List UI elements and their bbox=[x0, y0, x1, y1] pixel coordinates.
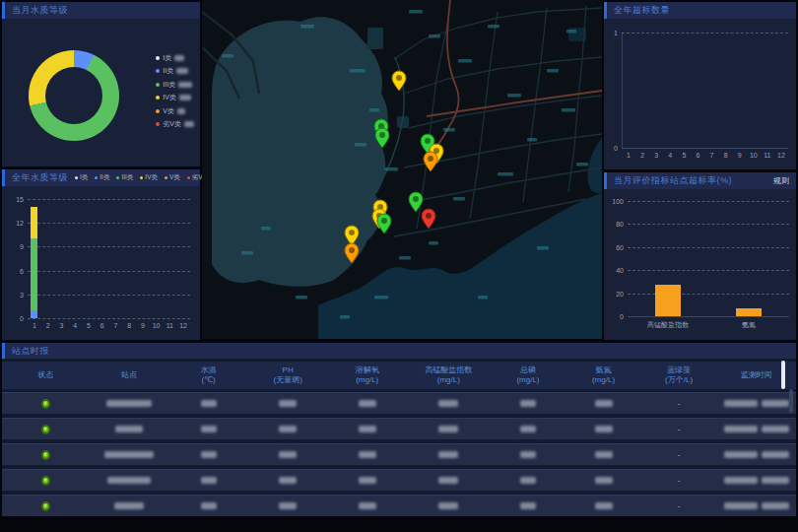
panel-header: 全年超标数量 bbox=[604, 2, 796, 19]
legend-item[interactable]: 劣V类 bbox=[156, 118, 194, 132]
algae-cell: - bbox=[641, 425, 717, 433]
y-tick-label: 12 bbox=[8, 220, 24, 227]
legend-item[interactable]: III类 bbox=[156, 78, 194, 92]
table-row[interactable]: - bbox=[2, 469, 796, 491]
legend-item[interactable]: I类 bbox=[75, 173, 88, 182]
rate-bar[interactable] bbox=[736, 308, 762, 316]
legend-label: IV类 bbox=[145, 173, 158, 182]
map-label-mark bbox=[527, 138, 537, 142]
x-tick-label: 11 bbox=[764, 152, 770, 159]
map-label-mark bbox=[537, 246, 549, 250]
table-row[interactable]: - bbox=[2, 495, 796, 516]
legend-item[interactable]: I类 bbox=[156, 51, 194, 65]
gridline bbox=[628, 201, 789, 202]
value-cell bbox=[407, 502, 491, 509]
legend-dot bbox=[156, 69, 160, 73]
bar-segment-II类[interactable] bbox=[31, 310, 37, 318]
map-label-mark bbox=[296, 296, 307, 299]
value-cell bbox=[168, 426, 248, 432]
redacted-value bbox=[176, 68, 188, 74]
redacted-value bbox=[279, 477, 297, 484]
legend-item[interactable]: III类 bbox=[116, 173, 133, 182]
legend-item[interactable]: V类 bbox=[156, 104, 194, 118]
bar-segment-IV类[interactable] bbox=[31, 207, 37, 238]
redacted-date bbox=[724, 400, 758, 407]
page-scrollbar-thumb[interactable] bbox=[789, 389, 793, 413]
column-header-5: 高锰酸盐指数(mg/L) bbox=[407, 366, 491, 385]
redacted-value bbox=[595, 400, 613, 407]
y-axis-line bbox=[622, 33, 623, 148]
map[interactable] bbox=[202, 0, 602, 339]
redacted-value bbox=[279, 451, 297, 458]
donut-chart[interactable] bbox=[29, 50, 119, 141]
gridline bbox=[28, 223, 190, 224]
algae-dash: - bbox=[678, 425, 681, 433]
x-tick-label: 1 bbox=[627, 152, 631, 159]
table-row[interactable]: - bbox=[2, 443, 796, 465]
y-tick-label: 0 bbox=[602, 145, 618, 152]
table-rows: ----- bbox=[2, 392, 796, 520]
redacted-value bbox=[279, 502, 297, 509]
redacted-station bbox=[104, 451, 154, 458]
redacted-value bbox=[595, 502, 613, 509]
status-dot-green bbox=[41, 501, 50, 511]
time-cell bbox=[716, 400, 796, 407]
redacted-value bbox=[201, 400, 217, 407]
redacted-value bbox=[359, 451, 376, 458]
legend-item[interactable]: II类 bbox=[95, 173, 109, 182]
value-cell bbox=[565, 426, 641, 432]
map-label-mark bbox=[409, 10, 423, 14]
redacted-time bbox=[762, 426, 789, 432]
annual-bar-chart[interactable]: 03691215123456789101112 bbox=[28, 199, 190, 318]
table-row[interactable]: - bbox=[2, 392, 796, 414]
map-label-mark bbox=[300, 25, 314, 29]
table-scrollbar-thumb[interactable] bbox=[781, 361, 785, 389]
map-label-mark bbox=[429, 34, 440, 38]
value-cell bbox=[327, 426, 407, 432]
redacted-value bbox=[179, 95, 191, 100]
status-cell bbox=[2, 476, 90, 486]
value-cell bbox=[327, 502, 407, 509]
rate-bar[interactable] bbox=[655, 285, 681, 316]
map-label-mark bbox=[355, 143, 366, 147]
map-label-mark bbox=[576, 163, 588, 166]
x-tick-label: 11 bbox=[166, 322, 173, 329]
status-cell bbox=[2, 399, 90, 409]
rate-bar-chart[interactable]: 020406080100高锰酸盐指数氨氮 bbox=[628, 201, 789, 316]
column-header-2: 水温(℃) bbox=[168, 366, 248, 385]
y-tick-label: 0 bbox=[8, 315, 24, 322]
legend-dot bbox=[95, 176, 98, 179]
column-header-6: 总磷(mg/L) bbox=[491, 366, 566, 385]
exceed-chart[interactable]: 01123456789101112 bbox=[622, 33, 788, 148]
value-cell bbox=[407, 400, 491, 407]
legend-item[interactable]: II类 bbox=[156, 65, 194, 79]
redacted-date bbox=[724, 451, 758, 458]
value-cell bbox=[565, 451, 641, 458]
value-cell bbox=[168, 502, 248, 509]
x-tick-label: 7 bbox=[710, 152, 714, 159]
algae-cell: - bbox=[641, 450, 717, 459]
value-cell bbox=[407, 451, 491, 458]
column-header-0: 状态 bbox=[2, 370, 90, 380]
value-cell bbox=[565, 477, 641, 484]
pin-center-dot bbox=[379, 132, 385, 138]
rules-link[interactable]: 规则 bbox=[773, 175, 789, 186]
panel-header: 当月水质等级 bbox=[2, 2, 200, 19]
pin-center-dot bbox=[426, 213, 432, 219]
station-cell bbox=[90, 400, 169, 407]
column-header-1: 站点 bbox=[90, 370, 169, 380]
y-tick-label: 80 bbox=[608, 221, 624, 228]
legend-item[interactable]: V类 bbox=[165, 173, 180, 182]
pin-center-dot bbox=[413, 196, 419, 202]
x-tick-label: 3 bbox=[654, 152, 658, 159]
legend-item[interactable]: IV类 bbox=[140, 173, 158, 182]
table-row[interactable]: - bbox=[2, 418, 796, 439]
redacted-value bbox=[595, 477, 613, 484]
redacted-value bbox=[520, 502, 536, 509]
legend-item[interactable]: IV类 bbox=[156, 92, 194, 105]
bar-segment-III类[interactable] bbox=[31, 238, 37, 310]
gridline bbox=[628, 247, 789, 248]
x-tick-label: 1 bbox=[33, 322, 36, 329]
value-cell bbox=[491, 477, 566, 484]
redacted-value bbox=[184, 121, 194, 127]
